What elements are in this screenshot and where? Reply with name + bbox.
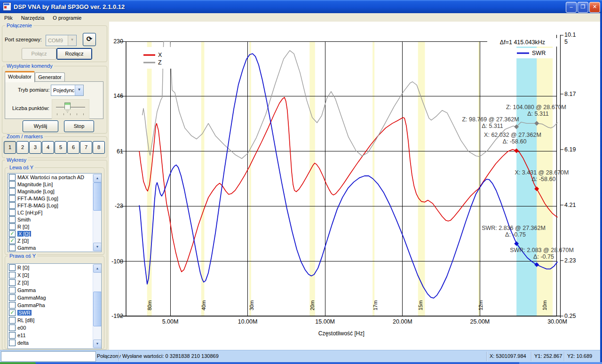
- checkbox-checked[interactable]: ✓: [9, 309, 16, 316]
- checkbox-unchecked[interactable]: [9, 272, 16, 278]
- connect-button[interactable]: Połącz: [22, 48, 56, 60]
- list-item-fft-a-mag-log-[interactable]: FFT-A-MAG [Log]: [8, 195, 101, 202]
- chevron-down-icon[interactable]: ▼: [75, 85, 83, 95]
- checkbox-unchecked[interactable]: [9, 332, 16, 339]
- checkbox-unchecked[interactable]: [9, 294, 16, 301]
- checkbox-unchecked[interactable]: [9, 181, 16, 188]
- send-button[interactable]: Wyślij: [23, 120, 58, 132]
- list-item-r-ω-[interactable]: R [Ω]: [8, 264, 101, 271]
- list-item-lc-nh-pf-[interactable]: LC [nH;pF]: [8, 209, 101, 216]
- zoom-button-4[interactable]: 4: [42, 141, 54, 154]
- measure-mode-label: Tryb pomiaru:: [18, 87, 49, 93]
- list-item-e11[interactable]: e11: [8, 332, 101, 339]
- zoom-button-7[interactable]: 7: [80, 141, 92, 154]
- title-bar[interactable]: DSP VNA by Rafał SP3GO ver. 2.1.0.12 – ❐…: [0, 0, 602, 13]
- menu-item-narzędzia[interactable]: Narzędzia: [17, 14, 49, 22]
- scroll-down-icon[interactable]: ▼: [93, 340, 102, 348]
- zoom-button-6[interactable]: 6: [67, 141, 79, 154]
- checkbox-unchecked[interactable]: [9, 324, 16, 331]
- checkbox-unchecked[interactable]: [9, 317, 16, 324]
- start-button-edge[interactable]: [0, 362, 36, 364]
- list-item-magnitude-log-[interactable]: Magnitude [Log]: [8, 188, 101, 195]
- menu-item-plik[interactable]: Plik: [0, 14, 17, 22]
- vna-chart[interactable]: 23014661-23-108-1928.176.194.212.230.251…: [109, 22, 600, 350]
- list-item-label: LC [nH;pF]: [17, 210, 42, 215]
- refresh-ports-button[interactable]: ⟳: [83, 33, 96, 46]
- tab-wobulator[interactable]: Wobulator: [5, 71, 35, 82]
- cursor-x: X: 5301097.984: [490, 353, 526, 359]
- list-item-gamma[interactable]: Gamma: [8, 286, 101, 294]
- connection-group-title: Połączenie: [5, 23, 33, 28]
- zoom-button-8[interactable]: 8: [93, 141, 105, 154]
- maximize-button[interactable]: ❐: [578, 2, 588, 13]
- minimize-button[interactable]: –: [566, 2, 577, 13]
- measure-mode-value: Pojedync: [51, 87, 75, 93]
- zoom-button-1[interactable]: 1: [4, 141, 16, 154]
- stop-button[interactable]: Stop: [64, 120, 94, 132]
- right-axis-listbox[interactable]: R [Ω]X [Ω]Z [Ω]GammaGammaMagGammaPha✓SWR…: [8, 263, 102, 349]
- list-item-label: Gamma: [17, 245, 36, 251]
- list-item-max-wartości-na-portach-ad[interactable]: MAX Wartości na portach AD: [8, 174, 101, 181]
- list-item-gammapha[interactable]: GammaPha: [8, 301, 101, 309]
- checkbox-unchecked[interactable]: [9, 209, 16, 216]
- list-item-z-ω-[interactable]: Z [Ω]: [8, 279, 101, 286]
- checkbox-unchecked[interactable]: [9, 245, 16, 251]
- tab-generator[interactable]: Generator: [35, 72, 65, 81]
- zoom-button-5[interactable]: 5: [55, 141, 67, 154]
- zoom-button-3[interactable]: 3: [29, 141, 41, 154]
- list-item-r-ω-[interactable]: R [Ω]: [8, 223, 101, 230]
- status-bar: Połączony Wysłane wartości: 0 3281838 21…: [0, 350, 602, 363]
- list-item-fft-b-mag-log-[interactable]: FFT-B-MAG [Log]: [8, 202, 101, 209]
- checkbox-unchecked[interactable]: [9, 264, 16, 271]
- points-count-slider[interactable]: [52, 99, 89, 119]
- zoom-button-2[interactable]: 2: [16, 141, 29, 154]
- statusbar-separator: [564, 352, 564, 361]
- checkbox-unchecked[interactable]: [9, 195, 16, 202]
- list-item-x-ω-[interactable]: ✓X [Ω]: [8, 230, 101, 237]
- serial-port-combobox[interactable]: COM9 ▼: [46, 35, 77, 46]
- disconnect-button[interactable]: Rozłącz: [56, 48, 92, 60]
- x-tick-label: 5.00M: [162, 318, 179, 325]
- list-item-z-ω-[interactable]: ✓Z [Ω]: [8, 237, 101, 244]
- connection-status: Połączony: [97, 353, 121, 359]
- checkbox-unchecked[interactable]: [9, 279, 16, 286]
- command-input[interactable]: [1, 351, 96, 362]
- checkbox-unchecked[interactable]: [9, 340, 16, 346]
- close-button[interactable]: ✕: [589, 2, 600, 13]
- scrollbar-thumb[interactable]: [93, 182, 102, 211]
- measure-mode-combobox[interactable]: Pojedync ▼: [51, 85, 84, 96]
- list-item-smith[interactable]: Smith: [8, 216, 101, 223]
- checkbox-unchecked[interactable]: [9, 202, 16, 209]
- checkbox-unchecked[interactable]: [9, 174, 16, 181]
- list-item-x-ω-[interactable]: X [Ω]: [8, 271, 101, 279]
- checkbox-unchecked[interactable]: [9, 287, 16, 293]
- checkbox-unchecked[interactable]: [9, 216, 16, 223]
- left-axis-listbox[interactable]: MAX Wartości na portach ADMagnitude [Lin…: [8, 173, 102, 252]
- chevron-down-icon[interactable]: ▼: [68, 35, 76, 46]
- scroll-up-icon[interactable]: ▲: [93, 174, 102, 182]
- right-axis-scrollbar[interactable]: ▲ ▼: [93, 264, 101, 348]
- scroll-down-icon[interactable]: ▼: [93, 243, 102, 251]
- list-item-swr[interactable]: ✓SWR: [8, 309, 101, 317]
- slider-groove: [56, 107, 85, 108]
- app-icon: [3, 2, 11, 11]
- checkbox-unchecked[interactable]: [9, 302, 16, 309]
- list-item-gamma[interactable]: Gamma: [8, 244, 101, 251]
- list-item-gammamag[interactable]: GammaMag: [8, 294, 101, 301]
- checkbox-checked[interactable]: ✓: [9, 237, 16, 244]
- checkbox-unchecked[interactable]: [9, 188, 16, 195]
- checkbox-checked[interactable]: ✓: [9, 230, 16, 237]
- scroll-up-icon[interactable]: ▲: [93, 264, 102, 273]
- list-item-delta[interactable]: delta: [8, 339, 101, 347]
- chart-area[interactable]: 23014661-23-108-1928.176.194.212.230.251…: [109, 22, 600, 350]
- plot-area[interactable]: [126, 41, 557, 316]
- slider-thumb[interactable]: [64, 103, 71, 113]
- left-axis-scrollbar[interactable]: ▲ ▼: [93, 174, 101, 251]
- list-item-e00[interactable]: e00: [8, 324, 101, 332]
- list-item-rl-db-[interactable]: RL [dB]: [8, 317, 101, 324]
- scrollbar-thumb[interactable]: [93, 292, 102, 326]
- menu-item-o-programie[interactable]: O programie: [48, 14, 86, 22]
- list-item-magnitude-lin-[interactable]: Magnitude [Lin]: [8, 181, 101, 188]
- x-tick-label: 20.00M: [393, 318, 412, 325]
- checkbox-unchecked[interactable]: [9, 223, 16, 230]
